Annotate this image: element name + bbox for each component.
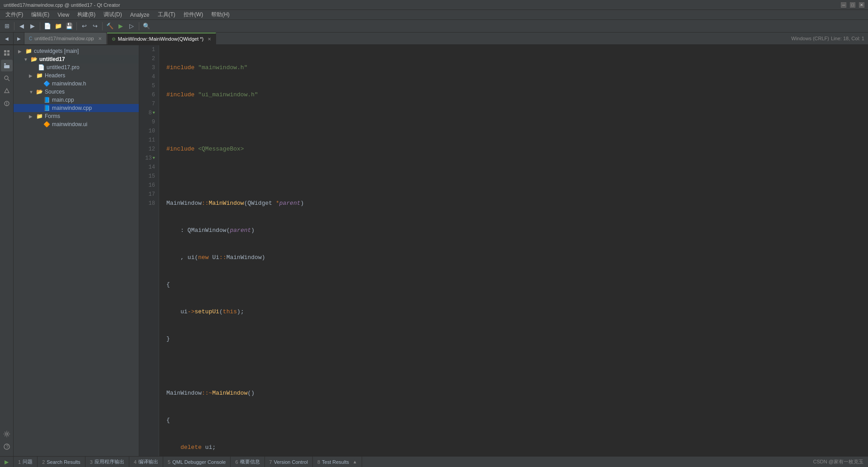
sidebar-icon-file-explorer[interactable] <box>1 60 13 71</box>
tree-label-mainwindow-h: mainwindow.h <box>52 80 86 87</box>
toolbar-locator[interactable]: 🔍 <box>142 21 151 31</box>
bottom-tab-label-issues: 问题 <box>23 458 33 465</box>
titlebar: untitled17/mainwindow.cpp @ untitled17 -… <box>0 0 868 10</box>
code-line-7: : QMainWindow(parent) <box>166 226 861 235</box>
tabbar: ◀ ▶ C untitled17/mainwindow.cpp ✕ ⚙ Main… <box>0 33 868 45</box>
bottom-tab-num-5: 5 <box>168 459 170 465</box>
menu-file[interactable]: 文件(F) <box>2 10 27 19</box>
menu-debug[interactable]: 调试(D) <box>100 10 126 19</box>
tab-mainwindow-cpp[interactable]: C untitled17/mainwindow.cpp ✕ <box>24 33 107 44</box>
minimize-button[interactable]: ─ <box>841 2 846 8</box>
code-line-12 <box>166 362 861 371</box>
nav-back-button[interactable]: ◀ <box>2 33 12 43</box>
svg-rect-1 <box>7 50 9 52</box>
tree-item-mainwindow-cpp[interactable]: ▶ 📘 mainwindow.cpp <box>14 104 139 112</box>
sidebar-bottom-group: ? <box>1 429 13 456</box>
bottom-tab-label-compile: 编译输出 <box>138 458 158 465</box>
toolbar-redo-button[interactable]: ↪ <box>90 21 100 31</box>
folder-icon-cutewidgets: 📁 <box>25 48 32 54</box>
menu-control[interactable]: 控件(W) <box>180 10 207 19</box>
tree-item-headers[interactable]: ▶ 📁 Headers <box>14 71 139 80</box>
svg-rect-5 <box>4 65 9 68</box>
tab-function-close-button[interactable]: ✕ <box>208 37 211 42</box>
bottom-tab-qml-debugger[interactable]: 5 QML Debugger Console <box>163 457 231 467</box>
bottom-tab-test-results[interactable]: 8 Test Results ▲ <box>313 457 362 467</box>
bottom-tab-version-control[interactable]: 7 Version Control <box>265 457 313 467</box>
toolbar-separator-5 <box>139 22 139 30</box>
bottom-tab-label-vc: Version Control <box>274 459 308 465</box>
sidebar-icon-settings[interactable] <box>1 429 13 441</box>
tree-item-cutewidgets[interactable]: ▶ 📁 cutewidgets [main] <box>14 47 139 55</box>
close-button[interactable]: ✕ <box>859 2 864 8</box>
menu-help[interactable]: 帮助(H) <box>208 10 233 19</box>
toolbar-separator-1 <box>14 22 14 30</box>
toolbar-run-button[interactable]: ▶ <box>116 21 126 31</box>
maximize-button[interactable]: □ <box>850 2 855 8</box>
svg-line-7 <box>8 80 9 81</box>
bottom-tab-issues[interactable]: 1 问题 <box>14 457 38 467</box>
window-controls[interactable]: ─ □ ✕ <box>841 2 864 8</box>
bottom-tab-num-2: 2 <box>42 459 45 465</box>
code-line-3 <box>166 118 861 127</box>
nav-forward-button[interactable]: ▶ <box>14 33 24 43</box>
menu-analyze[interactable]: Analyze <box>127 11 153 19</box>
toolbar-save-button[interactable]: 💾 <box>64 21 74 31</box>
bottom-tab-label-search: Search Results <box>47 459 80 465</box>
tab-file-icon: C <box>29 36 32 41</box>
sidebar-icon-help[interactable]: ? <box>1 441 13 453</box>
code-line-11: } <box>166 335 861 344</box>
code-container[interactable]: 1 2 3 4 5 6 7 8▼ 9 10 11 12 13▼ 14 15 16… <box>139 45 868 456</box>
tree-item-sources[interactable]: ▼ 📂 Sources <box>14 88 139 96</box>
tab-function-name: MainWindow::MainWindow(QWidget *) <box>118 36 204 42</box>
menu-build[interactable]: 构建(B) <box>74 10 99 19</box>
sidebar-icon-build[interactable] <box>1 85 13 97</box>
tree-item-forms[interactable]: ▶ 📁 Forms <box>14 112 139 120</box>
tab-close-button[interactable]: ✕ <box>98 36 102 41</box>
bottom-tab-num-4: 4 <box>134 459 137 465</box>
tree-item-pro[interactable]: ▶ 📄 untitled17.pro <box>14 63 139 71</box>
toolbar-separator-2 <box>40 22 40 30</box>
svg-point-6 <box>5 76 8 80</box>
file-tree-panel: ▶ 📁 cutewidgets [main] ▼ 📂 untitled17 ▶ … <box>14 45 139 456</box>
bottom-right: CSDN @家有一枚克玉 <box>809 458 868 465</box>
tree-arrow-sources: ▼ <box>29 90 34 94</box>
toolbar-forward-button[interactable]: ▶ <box>28 21 38 31</box>
tree-item-mainwindow-ui[interactable]: ▶ 🔶 mainwindow.ui <box>14 120 139 128</box>
bottom-tab-compile-output[interactable]: 4 编译输出 <box>129 457 163 467</box>
tree-item-mainwindow-h[interactable]: ▶ 🔷 mainwindow.h <box>14 80 139 88</box>
bottom-tab-play[interactable]: ▶ <box>0 457 14 467</box>
menu-edit[interactable]: 编辑(E) <box>28 10 53 19</box>
toolbar-apps-button[interactable]: ⊞ <box>2 21 12 31</box>
toolbar-undo-button[interactable]: ↩ <box>79 21 89 31</box>
svg-rect-2 <box>4 53 6 56</box>
tree-item-main-cpp[interactable]: ▶ 📘 main.cpp <box>14 96 139 104</box>
code-editor[interactable]: #include "mainwindow.h" #include "ui_mai… <box>159 45 868 456</box>
tree-label-main-cpp: main.cpp <box>52 97 74 103</box>
toolbar-build-button[interactable]: 🔨 <box>105 21 115 31</box>
bottom-tab-app-output[interactable]: 3 应用程序输出 <box>85 457 129 467</box>
menu-view[interactable]: View <box>54 11 73 19</box>
file-icon-pro: 📄 <box>38 64 45 71</box>
tab-function[interactable]: ⚙ MainWindow::MainWindow(QWidget *) ✕ <box>107 33 217 44</box>
line-ending-info: Windows (CRLF) <box>791 36 829 41</box>
tree-label-pro: untitled17.pro <box>47 64 80 71</box>
toolbar-new-button[interactable]: 📄 <box>42 21 52 31</box>
toolbar-open-button[interactable]: 📁 <box>53 21 63 31</box>
tree-item-untitled17[interactable]: ▼ 📂 untitled17 <box>14 55 139 63</box>
bottom-tab-summary[interactable]: 6 概要信息 <box>231 457 264 467</box>
bottom-tab-search-results[interactable]: 2 Search Results <box>38 457 85 467</box>
sidebar-icon-debug[interactable] <box>1 98 13 109</box>
sidebar-icon-projects[interactable] <box>1 47 13 59</box>
toolbar-debug-run-button[interactable]: ▷ <box>127 21 137 31</box>
bottom-tab-expand-icon[interactable]: ▲ <box>353 459 357 464</box>
toolbar-back-button[interactable]: ◀ <box>17 21 27 31</box>
svg-rect-0 <box>4 50 6 52</box>
menu-tools[interactable]: 工具(T) <box>154 10 179 19</box>
tree-label-headers: Headers <box>45 72 65 79</box>
sidebar-icon-search[interactable] <box>1 72 13 84</box>
bottom-tab-num-3: 3 <box>90 459 93 465</box>
folder-icon-sources: 📂 <box>36 89 43 95</box>
csdn-badge: CSDN @家有一枚克玉 <box>813 458 863 465</box>
file-icon-mainwindow-cpp: 📘 <box>43 105 50 111</box>
tab-right-info: Windows (CRLF) Line: 18, Col: 1 <box>788 33 868 44</box>
